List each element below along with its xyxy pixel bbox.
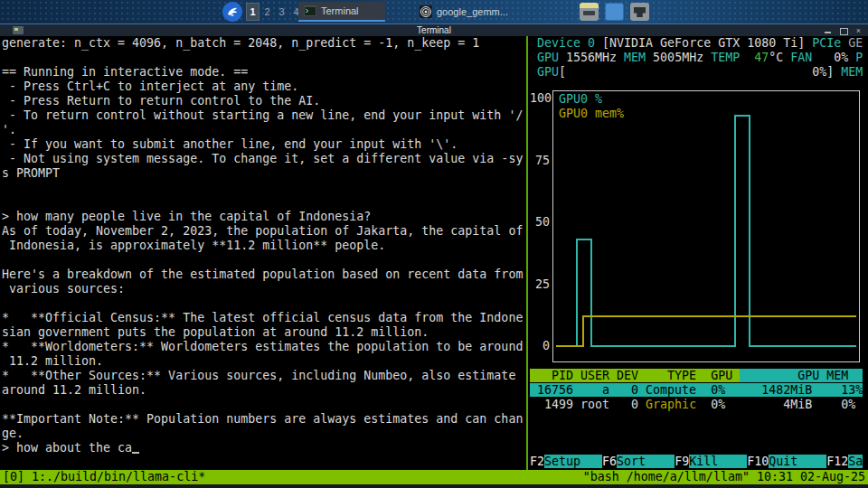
y-tick-label: 25 xyxy=(530,277,550,292)
llama-cli-pane[interactable]: generate: n_ctx = 4096, n_batch = 2048, … xyxy=(2,36,524,470)
y-tick-label: 100 xyxy=(530,91,550,106)
taskbar-window-terminal[interactable]: Terminal xyxy=(298,2,385,22)
maximize-button[interactable] xyxy=(839,27,847,35)
y-tick-label: 75 xyxy=(530,154,550,168)
minimize-button[interactable] xyxy=(824,27,832,35)
y-tick-label: 50 xyxy=(530,215,550,230)
llama-cli-prompt-row[interactable]: > how about the ca xyxy=(2,441,524,455)
window-title: Terminal xyxy=(0,25,868,35)
llama-cli-output: generate: n_ctx = 4096, n_batch = 2048, … xyxy=(2,36,524,441)
workspace-1[interactable]: 1 xyxy=(246,3,259,21)
legend-entry: GPU0 mem% xyxy=(559,107,624,121)
nvtop-function-key-bar[interactable]: F2Setup F6Sort F9Kill F10Quit F12Sa xyxy=(530,455,868,469)
terminal-body: generate: n_ctx = 4096, n_batch = 2048, … xyxy=(0,36,868,470)
nvtop-device-line: Device 0 [NVIDIA GeForce GTX 1080 Ti] PC… xyxy=(530,36,868,51)
desktop-taskbar: 1 2 3 4 Terminal google_gemm... xyxy=(0,0,868,23)
bird-icon xyxy=(225,5,240,19)
tmux-status-bar[interactable]: [0] 1:./build/bin/llama-cli* "bash /home… xyxy=(0,470,868,484)
workspace-3[interactable]: 3 xyxy=(275,3,288,21)
system-tray xyxy=(580,3,649,21)
process-table-header[interactable]: PID USER DEV TYPE GPU GPU MEM xyxy=(530,369,868,383)
chart-legend: GPU0 %GPU0 mem% xyxy=(559,92,624,121)
archive-tray-icon[interactable] xyxy=(580,3,599,21)
nvtop-gpu-bar-line: GPU[ 0%] MEM xyxy=(530,65,868,80)
terminal-icon xyxy=(304,5,316,16)
taskbar-window-label: Terminal xyxy=(321,5,359,16)
y-tick-label: 0 xyxy=(530,339,550,353)
network-tray-icon[interactable] xyxy=(630,3,649,21)
file-manager-tray-icon[interactable] xyxy=(605,3,624,21)
workspace-2[interactable]: 2 xyxy=(260,3,274,21)
process-row-selected[interactable]: 16756 a 0 Compute 0% 1482MiB 13% xyxy=(530,383,868,398)
nvtop-clock-temp-line: GPU 1556MHz MEM 5005MHz TEMP 47°C FAN 0%… xyxy=(530,51,868,65)
llama-cli-prompt-text: > how about the ca xyxy=(2,441,132,455)
taskbar-window-google-gemm[interactable]: google_gemm... xyxy=(414,2,514,22)
app-menu-button[interactable] xyxy=(222,2,242,22)
nvtop-pane[interactable]: Device 0 [NVIDIA GeForce GTX 1080 Ti] PC… xyxy=(530,36,868,470)
tmux-session-window-label: [0] 1:./build/bin/llama-cli* xyxy=(3,470,205,484)
taskbar-window-label: google_gemm... xyxy=(437,6,508,17)
workspace-pager: 1 2 3 4 xyxy=(246,3,303,21)
legend-entry: GPU0 % xyxy=(559,92,624,107)
process-row[interactable]: 1499 root 0 Graphic 0% 4MiB 0% xyxy=(530,398,868,412)
window-bottom-edge xyxy=(0,484,868,488)
spiral-icon xyxy=(420,5,432,18)
window-controls: × xyxy=(824,24,863,37)
tmux-status-right: "bash /home/a/llm/llam" 10:31 02-Aug-25 xyxy=(583,470,865,484)
nvtop-process-table: PID USER DEV TYPE GPU GPU MEM 16756 a 0 … xyxy=(530,369,868,412)
tmux-pane-divider[interactable] xyxy=(526,36,528,470)
terminal-cursor xyxy=(132,441,139,454)
window-titlebar: Terminal × xyxy=(0,23,868,36)
desktop-screen: 1 2 3 4 Terminal google_gemm... xyxy=(0,0,868,488)
gpu-history-chart: GPU0 %GPU0 mem% xyxy=(552,90,860,362)
close-button[interactable]: × xyxy=(854,27,863,35)
